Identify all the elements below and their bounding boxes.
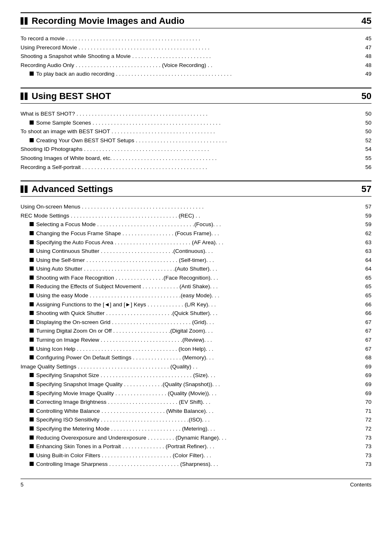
entry-page-number: 47 xyxy=(360,43,371,52)
entry-page-number: 59 xyxy=(360,220,371,229)
toc-entry: Specifying Snapshot Image Quality . . . … xyxy=(21,380,371,389)
bullet-icon xyxy=(30,400,34,404)
section-bestshot: Using BEST SHOT50What is BEST SHOT? . . … xyxy=(21,88,371,173)
entry-page-number: 67 xyxy=(360,318,371,327)
entry-page-number: 48 xyxy=(360,52,371,61)
section-title-group: Advanced Settings xyxy=(21,184,113,194)
bullet-icon xyxy=(30,293,34,297)
toc-entry: Using the Self-timer . . . . . . . . . .… xyxy=(21,256,371,265)
toc-entry: Turning Digital Zoom On or Off . . . . .… xyxy=(21,326,371,336)
toc-entry: Specifying Snapshot Size . . . . . . . .… xyxy=(21,371,371,380)
toc-entry: Using the easy Mode . . . . . . . . . . … xyxy=(21,291,371,300)
toc-entry: Controlling White Balance . . . . . . . … xyxy=(21,407,371,416)
entry-left: Reducing Overexposure and Underexposure … xyxy=(21,433,360,442)
toc-entry: Some Sample Scenes . . . . . . . . . . .… xyxy=(21,118,371,127)
entry-page-number: 64 xyxy=(360,264,371,273)
toc-entry: Using Auto Shutter . . . . . . . . . . .… xyxy=(21,264,371,273)
entry-text: Specifying Snapshot Size . . . . . . . .… xyxy=(36,371,360,380)
entry-page-number: 59 xyxy=(360,211,371,220)
entry-page-number: 67 xyxy=(360,336,371,345)
toc-entry: Using On-screen Menus . . . . . . . . . … xyxy=(21,202,371,211)
entry-page-number: 57 xyxy=(360,202,371,211)
toc-entry: Enhancing Skin Tones in a Portrait . . .… xyxy=(21,442,371,451)
toc-entry: Displaying the On-screen Grid . . . . . … xyxy=(21,318,371,327)
toc-entry: Specifying ISO Sensitivity . . . . . . .… xyxy=(21,415,371,424)
entry-left: Specifying ISO Sensitivity . . . . . . .… xyxy=(21,415,360,424)
toc-entry: Image Quality Settings . . . . . . . . .… xyxy=(21,362,371,371)
toc-entry: Reducing Overexposure and Underexposure … xyxy=(21,433,371,442)
entry-text: Recording Audio Only . . . . . . . . . .… xyxy=(21,61,360,70)
toc-entry: Using Built-in Color Filters . . . . . .… xyxy=(21,451,371,460)
entry-page-number: 73 xyxy=(360,433,371,442)
entry-text: Turning on Image Review . . . . . . . . … xyxy=(36,336,360,345)
entry-text: Recording a Self-portrait . . . . . . . … xyxy=(21,163,360,172)
toc-entry: Assigning Functions to the [◄] and [►] K… xyxy=(21,300,371,309)
bullet-icon xyxy=(30,329,34,333)
entry-text: Shooting with Quick Shutter . . . . . . … xyxy=(36,309,360,318)
toc-entries: Using On-screen Menus . . . . . . . . . … xyxy=(21,201,371,470)
entry-text: Image Quality Settings . . . . . . . . .… xyxy=(21,362,360,371)
bullet-icon xyxy=(30,453,34,457)
bullet-icon xyxy=(30,302,34,306)
section-advanced: Advanced Settings57Using On-screen Menus… xyxy=(21,181,371,470)
section-title: Advanced Settings xyxy=(32,184,113,194)
section-title-group: Recording Movie Images and Audio xyxy=(21,16,184,26)
toc-entry: Controlling Image Sharpness . . . . . . … xyxy=(21,460,371,469)
entry-page-number: 55 xyxy=(360,154,371,163)
entry-text: Specifying the Auto Focus Area . . . . .… xyxy=(36,238,360,247)
entry-page-number: 65 xyxy=(360,282,371,291)
bullet-icon xyxy=(30,338,34,342)
entry-left: Specifying Movie Image Quality . . . . .… xyxy=(21,389,360,398)
entry-text: Specifying ISO Sensitivity . . . . . . .… xyxy=(36,415,360,424)
entry-left: Controlling White Balance . . . . . . . … xyxy=(21,407,360,416)
entry-page-number: 66 xyxy=(360,300,371,309)
section-title: Using BEST SHOT xyxy=(32,91,111,102)
entry-left: Controlling Image Sharpness . . . . . . … xyxy=(21,460,360,469)
toc-entry: Reducing the Effects of Subject Movement… xyxy=(21,282,371,291)
toc-entry: REC Mode Settings . . . . . . . . . . . … xyxy=(21,211,371,220)
entry-page-number: 45 xyxy=(360,34,371,43)
bullet-icon xyxy=(30,409,34,413)
entry-text: Reducing the Effects of Subject Movement… xyxy=(36,282,360,291)
bullet-icon xyxy=(30,222,34,226)
entry-page-number: 72 xyxy=(360,415,371,424)
toc-entry: Specifying the Metering Mode . . . . . .… xyxy=(21,424,371,433)
entry-left: Shooting with Quick Shutter . . . . . . … xyxy=(21,309,360,318)
entry-left: To play back an audio recording . . . . … xyxy=(21,69,360,79)
entry-left: Using Prerecord Movie . . . . . . . . . … xyxy=(21,43,360,52)
entry-page-number: 56 xyxy=(360,163,371,172)
bullet-icon xyxy=(30,120,34,125)
section-recording: Recording Movie Images and Audio45To rec… xyxy=(21,12,371,80)
entry-text: Assigning Functions to the [◄] and [►] K… xyxy=(36,300,360,309)
section-header-bestshot: Using BEST SHOT50 xyxy=(21,88,371,104)
entry-page-number: 68 xyxy=(360,353,371,362)
toc-entry: Using Prerecord Movie . . . . . . . . . … xyxy=(21,43,371,52)
entry-left: Using the Self-timer . . . . . . . . . .… xyxy=(21,256,360,265)
entry-page-number: 65 xyxy=(360,291,371,300)
entry-text: Correcting Image Brightness . . . . . . … xyxy=(36,398,360,407)
bullet-icon xyxy=(30,72,34,76)
entry-text: Using Prerecord Movie . . . . . . . . . … xyxy=(21,43,360,52)
toc-entry: Shooting with Face Recognition . . . . .… xyxy=(21,273,371,282)
entry-left: Reducing the Effects of Subject Movement… xyxy=(21,282,360,291)
bullet-icon xyxy=(30,417,34,421)
entry-page-number: 73 xyxy=(360,442,371,451)
bullet-icon xyxy=(30,444,34,448)
entry-left: To record a movie . . . . . . . . . . . … xyxy=(21,34,360,43)
section-header-recording: Recording Movie Images and Audio45 xyxy=(21,12,371,28)
entry-text: Controlling White Balance . . . . . . . … xyxy=(36,407,360,416)
entry-page-number: 72 xyxy=(360,424,371,433)
entry-left: Selecting a Focus Mode . . . . . . . . .… xyxy=(21,220,360,229)
toc-entry: To shoot an image with BEST SHOT . . . .… xyxy=(21,127,371,136)
entry-text: Shooting with Face Recognition . . . . .… xyxy=(36,273,360,282)
toc-entry: Correcting Image Brightness . . . . . . … xyxy=(21,398,371,407)
entry-left: To shoot an image with BEST SHOT . . . .… xyxy=(21,127,360,136)
entry-text: Using the Self-timer . . . . . . . . . .… xyxy=(36,256,360,265)
entry-text: Using Built-in Color Filters . . . . . .… xyxy=(36,451,360,460)
toc-entry: Creating Your Own BEST SHOT Setups . . .… xyxy=(21,136,371,145)
entry-page-number: 73 xyxy=(360,451,371,460)
entry-left: Using the easy Mode . . . . . . . . . . … xyxy=(21,291,360,300)
entry-left: Shooting ID Photographs . . . . . . . . … xyxy=(21,145,360,154)
entry-text: Configuring Power On Default Settings . … xyxy=(36,353,360,362)
toc-entry: Using Continuous Shutter . . . . . . . .… xyxy=(21,247,371,256)
